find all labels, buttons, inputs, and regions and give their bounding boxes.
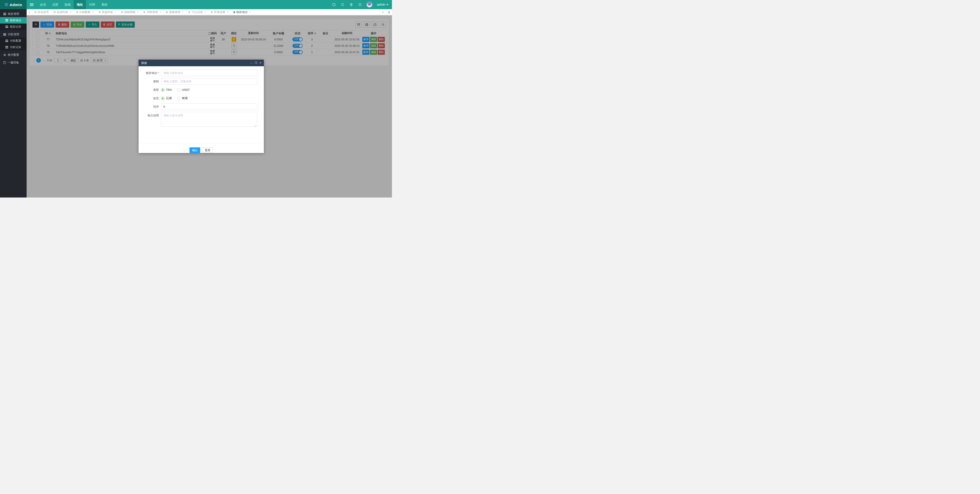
close-button[interactable]: × (259, 61, 261, 64)
field-input-密钥[interactable] (161, 78, 257, 84)
sidebar: 收款管理收款地址收款记录付款管理付款配置付款记录⚙收付配置一健归集 (0, 9, 27, 198)
fullscreen-icon[interactable] (358, 3, 362, 6)
field-input-收款地址[interactable] (161, 70, 257, 76)
modal-header[interactable]: 添加 – ❐ × (138, 60, 264, 66)
chevron-down-icon (386, 4, 388, 5)
sidebar-item-收款地址[interactable]: 收款地址 (0, 17, 27, 24)
user-menu[interactable]: admin (377, 3, 388, 6)
tab-label: 充值列表 (102, 10, 113, 14)
field-label: 备注说明 (138, 112, 161, 118)
radio-icon (161, 97, 164, 100)
radio-option-启用[interactable]: 启用 (161, 96, 172, 100)
list-icon (5, 46, 8, 48)
collapse-sidebar-button[interactable] (27, 0, 37, 9)
tab-收款地址[interactable]: 收款地址× (231, 9, 254, 15)
list-icon (3, 33, 6, 35)
nav-item-游戏[interactable]: 游戏 (61, 0, 74, 9)
modal-window-controls: – ❐ × (251, 61, 261, 64)
theme-hexagon-icon[interactable] (332, 3, 336, 6)
radio-option-TRX[interactable]: TRX (161, 88, 172, 92)
sidebar-item-label: 收款地址 (10, 18, 21, 22)
tab-币种管理[interactable]: 币种管理× (141, 9, 164, 15)
field-label: 收款地址* (138, 71, 161, 75)
tab-游戏管理[interactable]: 游戏管理× (164, 9, 186, 15)
tab-status-dot (121, 11, 123, 13)
tab-close-icon[interactable]: × (92, 11, 94, 14)
tab-status-dot (188, 11, 190, 13)
tab-后台首页[interactable]: 后台首页 (32, 9, 51, 15)
form-row-收款地址: 收款地址* (138, 70, 260, 76)
tab-label: 开奖结果 (214, 10, 225, 14)
nav-item-地址[interactable]: 地址 (74, 0, 86, 9)
gear-icon: ⚙ (3, 53, 6, 57)
tab-close-icon[interactable]: × (137, 11, 139, 14)
tab-分组配置[interactable]: 分组配置× (74, 9, 96, 15)
list-icon (3, 13, 6, 15)
user-avatar[interactable] (367, 2, 372, 7)
trash-icon[interactable] (349, 3, 353, 6)
sidebar-item-付款配置[interactable]: 付款配置 (0, 38, 27, 44)
field-input-排序[interactable] (161, 104, 257, 110)
radio-icon (177, 97, 180, 100)
tab-close-icon[interactable]: × (250, 11, 251, 14)
tab-label: 分组配置 (79, 10, 91, 14)
sidebar-item-收款管理[interactable]: 收款管理 (0, 11, 27, 17)
tab-label: 收款地址 (237, 10, 248, 14)
tab-label: 币种管理 (146, 10, 158, 14)
form-row-备注说明: 备注说明 (138, 112, 260, 127)
nav-item-运营[interactable]: 运营 (49, 0, 61, 9)
field-label: 状态 (138, 96, 161, 100)
tab-status-dot (166, 11, 168, 13)
tabs-scroll-left-button[interactable]: ‹ (27, 9, 32, 15)
tab-label: 划转明细 (124, 10, 135, 14)
minimize-button[interactable]: – (251, 62, 252, 64)
reset-button[interactable]: 重置 (202, 147, 213, 153)
tab-status-dot (99, 11, 100, 13)
tab-close-icon[interactable]: × (159, 11, 161, 14)
tab-status-dot (211, 11, 213, 13)
radio-label: 启用 (166, 96, 172, 100)
tab-status-dot (76, 11, 78, 13)
tab-下注记录[interactable]: 下注记录× (186, 9, 208, 15)
refresh-icon[interactable] (340, 3, 345, 6)
sidebar-item-label: 付款配置 (10, 39, 21, 43)
modal-title: 添加 (141, 61, 147, 65)
tab-close-icon[interactable]: × (182, 11, 184, 14)
tab-close-icon[interactable]: × (205, 11, 206, 14)
confirm-button[interactable]: 确认 (189, 147, 200, 153)
sidebar-item-收付配置[interactable]: ⚙收付配置 (0, 52, 27, 58)
nav-item-系统[interactable]: 系统 (98, 0, 110, 9)
tab-status-dot (35, 11, 36, 13)
sidebar-item-付款记录[interactable]: 付款记录 (0, 44, 27, 50)
tab-充值列表[interactable]: 充值列表× (96, 9, 119, 15)
hamburger-icon (30, 3, 33, 6)
tab-close-icon[interactable]: × (227, 11, 229, 14)
form-row-状态: 状态启用禁用 (138, 95, 260, 102)
tab-划转明细[interactable]: 划转明细× (119, 9, 142, 15)
tab-bar: ‹ 后台首页会员列表×分组配置×充值列表×划转明细×币种管理×游戏管理×下注记录… (27, 9, 392, 15)
maximize-button[interactable]: ❐ (255, 62, 257, 64)
tab-开奖结果[interactable]: 开奖结果× (208, 9, 231, 15)
sidebar-item-收款记录[interactable]: 收款记录 (0, 24, 27, 30)
sidebar-item-一健归集[interactable]: 一健归集 (0, 59, 27, 66)
nav-item-代理[interactable]: 代理 (86, 0, 98, 9)
field-textarea-备注说明[interactable] (161, 112, 257, 127)
tab-label: 后台首页 (38, 10, 49, 14)
tab-close-icon[interactable]: × (70, 11, 72, 14)
tabs-scroll-right-button[interactable]: › (380, 9, 386, 15)
tab-close-icon[interactable]: × (115, 11, 116, 14)
calendar-icon (3, 61, 6, 64)
nav-item-会员[interactable]: 会员 (37, 0, 49, 9)
tabs-menu-button[interactable]: ∨ (386, 9, 392, 15)
tab-status-dot (234, 11, 235, 13)
sidebar-item-label: 收款管理 (8, 12, 19, 16)
tab-label: 游戏管理 (169, 10, 180, 14)
tab-会员列表[interactable]: 会员列表× (51, 9, 74, 15)
radio-option-USDT[interactable]: USDT (177, 88, 190, 92)
sidebar-item-付款管理[interactable]: 付款管理 (0, 31, 27, 38)
modal-footer: 确认 重置 (138, 143, 264, 153)
tabs-container: 后台首页会员列表×分组配置×充值列表×划转明细×币种管理×游戏管理×下注记录×开… (32, 9, 254, 15)
radio-option-禁用[interactable]: 禁用 (177, 96, 188, 100)
radio-label: 禁用 (182, 96, 188, 100)
list-icon (5, 25, 8, 28)
